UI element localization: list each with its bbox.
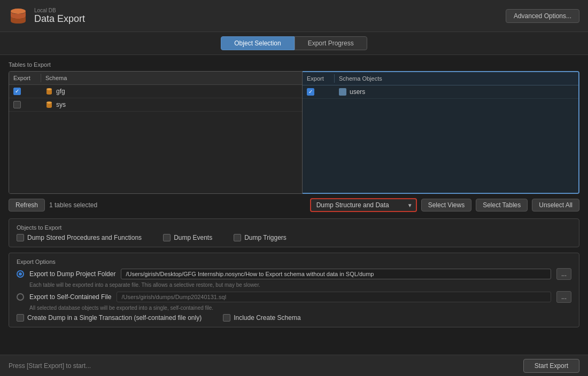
checkbox-label-dump-triggers[interactable]: Dump Triggers [234,234,287,241]
dump-events-label: Dump Events [174,234,212,241]
checkbox-gfg[interactable] [13,88,21,95]
tab-export-progress[interactable]: Export Progress [295,36,367,50]
schema-name-gfg: gfg [56,88,65,95]
object-name-users: users [350,88,365,96]
checkbox-label-single-transaction[interactable]: Create Dump in a Single Transaction (sel… [17,314,202,322]
start-export-button[interactable]: Start Export [523,359,579,373]
dump-select[interactable]: Dump Structure and Data Dump Data Only D… [310,198,417,212]
table-row[interactable]: sys [9,98,302,112]
schema-name-sys: sys [56,101,66,108]
header-left: Local DB Data Export [9,6,85,26]
dump-project-helper: Each table will be exported into a separ… [29,282,571,288]
cell-schema-users: users [335,87,578,97]
svg-point-1 [47,88,52,90]
cell-schema-sys: sys [41,100,302,109]
dump-triggers-label: Dump Triggers [244,234,287,241]
checkbox-users[interactable] [307,88,314,96]
header-title: Data Export [34,13,85,25]
svg-point-0 [11,9,26,14]
checkbox-single-transaction[interactable] [17,314,24,322]
single-transaction-label: Create Dump in a Single Transaction (sel… [27,314,202,322]
dump-project-folder-label: Export to Dump Project Folder [29,270,115,278]
self-contained-file-label: Export to Self-Contained File [29,293,111,301]
checkbox-dump-events[interactable] [163,234,171,241]
tables-area: Export Schema gfg [9,71,579,194]
status-text: 1 tables selected [49,201,97,209]
table-icon-users [339,88,346,96]
export-options-section: Export Options Export to Dump Project Fo… [9,253,579,327]
right-table-header: Export Schema Objects [303,72,578,85]
schema-cylinder-icon-sys [45,101,53,108]
export-option-dump-project: Export to Dump Project Folder ... [17,268,571,280]
dump-project-path-input[interactable] [121,269,551,279]
right-col-export: Export [303,74,335,83]
browse-dump-project-btn[interactable]: ... [556,268,571,280]
dump-stored-procedures-label: Dump Stored Procedures and Functions [27,234,142,241]
toolbar-row: Refresh 1 tables selected Dump Structure… [9,198,579,212]
footer: Press [Start Export] to start... Start E… [0,355,588,376]
advanced-options-button[interactable]: Advanced Options... [506,9,579,23]
left-table-body: gfg sys [9,85,302,193]
database-icon [9,6,28,26]
objects-section-label: Objects to Export [17,224,571,231]
include-create-schema-label: Include Create Schema [234,314,300,322]
select-views-button[interactable]: Select Views [421,199,471,212]
checkbox-dump-stored-procedures[interactable] [17,234,24,241]
radio-self-contained-file[interactable] [17,293,24,301]
cell-export-gfg[interactable] [9,87,41,96]
table-row-users[interactable]: users [303,85,578,99]
left-panel: Export Schema gfg [9,71,303,194]
left-table-header: Export Schema [9,72,302,85]
self-contained-helper: All selected database objects will be ex… [29,305,571,311]
tab-object-selection[interactable]: Object Selection [221,36,294,50]
tabs-bar: Object Selection Export Progress [0,32,588,55]
left-col-schema: Schema [41,74,302,82]
checkbox-label-stored-procedures[interactable]: Dump Stored Procedures and Functions [17,234,142,241]
header-subtitle: Local DB [34,7,85,13]
browse-self-contained-btn[interactable]: ... [556,291,571,303]
unselect-all-button[interactable]: Unselect All [532,199,579,212]
cell-schema-gfg: gfg [41,87,302,96]
checkbox-dump-triggers[interactable] [234,234,241,241]
table-row[interactable]: gfg [9,85,302,98]
right-col-schema-objects: Schema Objects [335,74,578,83]
refresh-button[interactable]: Refresh [9,199,45,212]
cell-export-sys[interactable] [9,100,41,109]
header: Local DB Data Export Advanced Options... [0,0,588,32]
cell-export-users[interactable] [303,87,335,97]
right-panel: Export Schema Objects users [303,71,579,194]
select-tables-button[interactable]: Select Tables [476,199,528,212]
schema-cylinder-icon [45,88,53,95]
right-table-body: users [303,85,578,193]
left-col-export: Export [9,74,41,82]
tables-section-label: Tables to Export [9,61,579,68]
radio-dump-project-folder[interactable] [17,270,24,278]
export-options-label: Export Options [17,258,571,265]
svg-point-2 [47,101,52,104]
checkbox-sys[interactable] [13,101,21,108]
export-option-self-contained: Export to Self-Contained File ... [17,291,571,303]
footer-status: Press [Start Export] to start... [9,362,91,370]
checkbox-include-create-schema[interactable] [223,314,230,322]
checkbox-label-dump-events[interactable]: Dump Events [163,234,212,241]
dump-select-wrapper: Dump Structure and Data Dump Data Only D… [310,198,417,212]
objects-section: Objects to Export Dump Stored Procedures… [9,218,579,247]
header-title-group: Local DB Data Export [34,7,85,25]
self-contained-path-input[interactable] [117,292,551,302]
options-checkboxes: Create Dump in a Single Transaction (sel… [17,314,571,322]
checkbox-label-include-create-schema[interactable]: Include Create Schema [223,314,300,322]
objects-row: Dump Stored Procedures and Functions Dum… [17,234,571,241]
main-content: Tables to Export Export Schema [0,55,588,376]
